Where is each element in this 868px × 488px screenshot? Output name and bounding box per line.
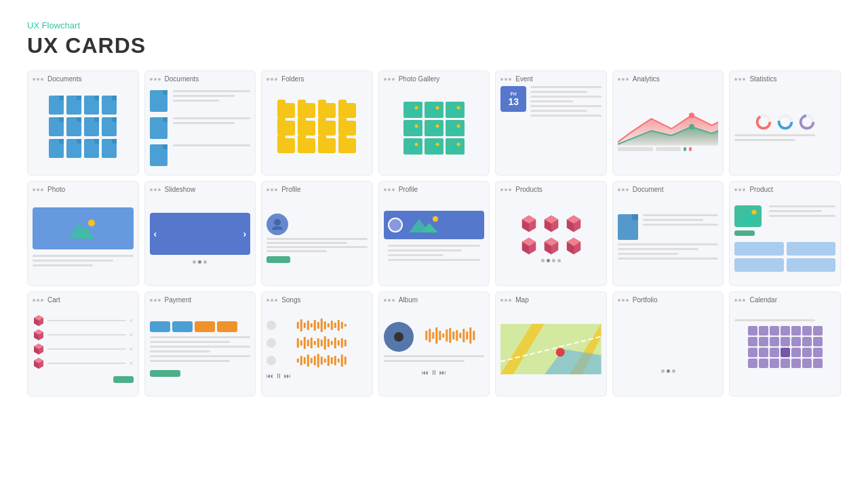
card-document: Document (612, 181, 724, 286)
svg-rect-91 (317, 322, 319, 329)
payment-card[interactable] (150, 321, 170, 332)
player-controls: ⏮ ⏸ ⏭ (267, 372, 291, 380)
product-cube (564, 214, 583, 233)
card-header: Songs (267, 296, 368, 304)
slide-dot (193, 260, 196, 264)
svg-rect-138 (452, 331, 454, 340)
doc-icon (84, 117, 99, 136)
card-title: Analytics (633, 75, 660, 83)
card-title: Calendar (749, 296, 777, 304)
card-body (384, 86, 485, 169)
svg-rect-122 (321, 357, 323, 365)
cal-day (748, 348, 757, 357)
dot (547, 259, 550, 262)
gallery-item (425, 120, 443, 136)
portfolio-dots (661, 369, 675, 373)
folders-grid (277, 103, 356, 153)
payment-submit-btn[interactable] (150, 370, 180, 377)
cal-day (759, 337, 768, 346)
cart-x-icon: ✕ (129, 346, 134, 352)
cart-item: ✕ (33, 314, 134, 327)
card-body (384, 197, 485, 280)
svg-rect-95 (331, 321, 333, 330)
slideshow-display: ‹ › (150, 213, 251, 255)
svg-rect-120 (314, 356, 316, 365)
svg-rect-113 (341, 338, 343, 348)
skip-back-icon[interactable]: ⏮ (422, 369, 429, 376)
card-header: Document (618, 186, 719, 193)
card-header: Photo Gallery (384, 75, 485, 83)
profile-btn[interactable] (267, 256, 290, 263)
card-title: Album (399, 296, 418, 304)
doc-icon (102, 117, 117, 136)
svg-rect-124 (328, 355, 330, 366)
slide-dot (198, 260, 201, 264)
cal-day (813, 359, 823, 368)
svg-rect-140 (459, 333, 461, 338)
svg-rect-104 (311, 338, 313, 348)
cart-item: ✕ (33, 329, 134, 341)
cal-day-empty (813, 369, 823, 379)
play-icon[interactable]: ⏸ (431, 369, 437, 376)
song-icon (267, 356, 276, 365)
cart-checkout-btn[interactable] (113, 376, 134, 383)
folder-icon (318, 103, 336, 118)
svg-rect-143 (469, 327, 471, 344)
doc-icon (150, 144, 167, 166)
payment-card[interactable] (172, 321, 193, 332)
card-header: Calendar (734, 296, 835, 304)
next-arrow-icon[interactable]: › (243, 228, 246, 239)
dot (667, 369, 670, 373)
profile2-lines (384, 242, 485, 266)
dot (557, 259, 561, 262)
card-folders: Folders (261, 70, 373, 176)
svg-rect-111 (334, 338, 336, 348)
card-title: Photo Gallery (399, 75, 440, 83)
product-cube (519, 214, 538, 233)
payment-card[interactable] (217, 321, 237, 332)
product-cube (564, 237, 583, 256)
doc-icon (49, 139, 64, 158)
card-map: Map (495, 291, 607, 396)
svg-rect-93 (324, 321, 326, 329)
folder-icon (338, 121, 356, 136)
event-weekday: Fri (511, 92, 517, 96)
photo-lines (33, 255, 134, 269)
dot (552, 259, 555, 262)
doc-icon (102, 96, 117, 115)
cal-day (770, 348, 779, 357)
svg-rect-131 (429, 329, 431, 342)
doc-icon (84, 139, 99, 158)
card-body (150, 86, 251, 169)
card-header: Statistics (734, 75, 835, 83)
svg-rect-133 (435, 327, 437, 344)
card-title: Products (515, 186, 542, 193)
card-title: Slideshow (165, 186, 196, 193)
product-grid-item (787, 242, 835, 256)
cal-day (770, 337, 779, 346)
payment-card[interactable] (195, 321, 215, 332)
dot (672, 369, 675, 373)
card-header: Portfolio (618, 296, 719, 304)
cal-day (781, 359, 790, 368)
svg-point-23 (435, 142, 439, 146)
card-body (618, 86, 719, 169)
skip-back-icon[interactable]: ⏮ (267, 372, 273, 380)
svg-point-20 (414, 142, 418, 146)
card-profile1: Profile (261, 181, 373, 286)
cal-day-empty (748, 369, 757, 379)
card-event: Event Fri 13 (495, 70, 607, 176)
card-title: Payment (165, 296, 191, 304)
svg-rect-110 (331, 341, 333, 345)
prev-arrow-icon[interactable]: ‹ (154, 228, 157, 239)
doc-icon (66, 117, 81, 136)
card-header: Profile (384, 186, 485, 193)
svg-rect-137 (449, 328, 451, 343)
skip-forward-icon[interactable]: ⏭ (284, 372, 291, 380)
svg-rect-101 (300, 340, 302, 346)
skip-forward-icon[interactable]: ⏭ (439, 369, 446, 376)
folder-icon (318, 138, 336, 153)
avatar (267, 214, 288, 235)
play-icon[interactable]: ⏸ (275, 372, 282, 380)
gallery-item (446, 120, 465, 136)
